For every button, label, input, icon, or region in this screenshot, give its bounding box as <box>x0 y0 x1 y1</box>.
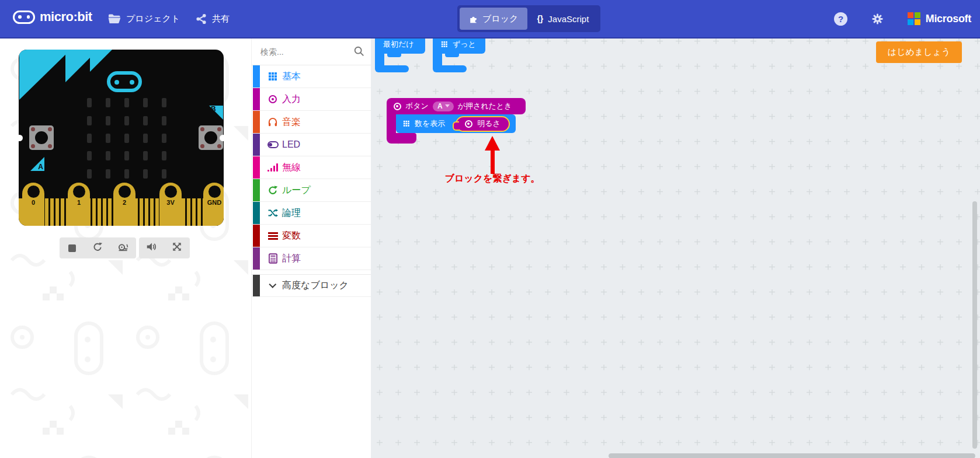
grid-icon <box>267 71 279 82</box>
board-edge-dot <box>19 135 23 141</box>
braces-icon: {} <box>537 14 543 23</box>
on-start-block[interactable]: 最初だけ <box>375 39 425 72</box>
brand-label: micro:bit <box>40 9 92 25</box>
microsoft-logo[interactable]: Microsoft <box>908 12 971 25</box>
calculator-icon <box>267 253 279 264</box>
category-advanced[interactable]: 高度なブロック <box>252 274 371 297</box>
category-basic[interactable]: 基本 <box>252 65 371 88</box>
pin-0[interactable]: 0 <box>22 183 44 226</box>
led-matrix[interactable] <box>80 94 173 183</box>
category-label: 計算 <box>282 253 301 265</box>
category-label: ループ <box>282 184 311 197</box>
settings-button[interactable] <box>871 12 884 26</box>
puzzle-icon <box>469 15 478 23</box>
show-number-label: 数を表示 <box>415 118 445 129</box>
category-loops[interactable]: ループ <box>252 179 371 202</box>
button-dropdown[interactable]: A <box>433 102 454 111</box>
pin-1[interactable]: 1 <box>68 183 90 226</box>
blocks-toggle-button[interactable]: ブロック <box>460 8 527 30</box>
sim-button-a[interactable] <box>29 125 54 150</box>
forever-block[interactable]: ずっと <box>433 39 485 72</box>
annotation-arrow-icon <box>491 150 495 174</box>
microbit-face-icon <box>13 11 35 24</box>
toggle-icon <box>267 139 279 151</box>
category-color-bar <box>253 202 260 224</box>
block-toolbox: 基本 入力 音楽 LED 無線 ルー <box>251 39 371 458</box>
category-color-bar <box>253 275 260 296</box>
circle-dot-icon <box>394 103 401 110</box>
snail-icon <box>117 242 129 254</box>
get-started-button[interactable]: はじめましょう <box>876 41 962 63</box>
category-color-bar <box>253 111 260 133</box>
projects-menu-label: プロジェクト <box>126 13 180 25</box>
category-label: LED <box>282 139 300 150</box>
share-menu-label: 共有 <box>212 13 230 25</box>
category-radio[interactable]: 無線 <box>252 156 371 179</box>
sim-control-group <box>139 237 190 258</box>
stop-button[interactable] <box>62 239 82 257</box>
microsoft-label: Microsoft <box>926 13 971 25</box>
projects-menu-button[interactable]: プロジェクト <box>108 0 180 37</box>
light-level-label: 明るさ <box>477 118 501 129</box>
fullscreen-icon <box>172 242 182 254</box>
javascript-toggle-button[interactable]: {} JavaScript <box>527 8 598 30</box>
light-level-block[interactable]: 明るさ <box>456 116 510 132</box>
on-button-prefix: ボタン <box>405 101 429 111</box>
microbit-board: A B 0 1 2 3V GND <box>19 50 224 226</box>
category-color-bar <box>253 247 260 270</box>
grid-icon <box>442 41 447 47</box>
header-right-cluster: ? Microsoft <box>834 0 971 37</box>
on-button-pressed-block[interactable]: ボタン A が押されたとき 数を表示 明るさ <box>387 98 526 144</box>
board-logo-icon[interactable] <box>107 71 142 92</box>
shuffle-icon <box>267 207 279 219</box>
button-dropdown-value: A <box>437 102 443 110</box>
microbit-logo[interactable]: micro:bit <box>13 9 92 25</box>
fullscreen-button[interactable] <box>167 239 187 257</box>
app-header: micro:bit プロジェクト 共有 ブロック {} JavaScr <box>0 0 980 39</box>
forever-label: ずっと <box>453 39 476 50</box>
pin-2[interactable]: 2 <box>113 183 135 226</box>
category-label: 変数 <box>282 230 301 242</box>
block-workspace[interactable]: 最初だけ ずっと ボタン A が押されたとき <box>371 39 980 458</box>
help-icon: ? <box>838 14 843 24</box>
horizontal-scrollbar[interactable] <box>609 453 975 458</box>
category-variables[interactable]: 変数 <box>252 225 371 247</box>
show-number-block[interactable]: 数を表示 明るさ <box>396 114 516 133</box>
gear-icon <box>871 12 884 26</box>
annotation-arrow-icon <box>485 136 500 151</box>
caret-down-icon <box>445 104 450 107</box>
vertical-scrollbar[interactable] <box>972 201 977 449</box>
search-input[interactable] <box>260 44 348 60</box>
category-color-bar <box>253 156 260 179</box>
on-button-pressed-header[interactable]: ボタン A が押されたとき <box>387 98 526 114</box>
category-label: 音楽 <box>282 116 301 128</box>
board-deco-triangle <box>19 50 71 100</box>
category-color-bar <box>253 179 260 201</box>
category-math[interactable]: 計算 <box>252 247 371 270</box>
category-led[interactable]: LED <box>252 134 371 156</box>
on-start-label: 最初だけ <box>383 39 414 50</box>
category-color-bar <box>253 88 260 110</box>
stop-icon <box>68 244 76 252</box>
pin-gnd[interactable]: GND <box>203 183 224 226</box>
mute-button[interactable] <box>142 239 162 257</box>
folder-icon <box>108 13 121 24</box>
simulator-panel: A B 0 1 2 3V GND <box>0 39 251 458</box>
category-label: 無線 <box>282 162 301 174</box>
category-input[interactable]: 入力 <box>252 88 371 111</box>
editor-toggle: ブロック {} JavaScript <box>457 5 600 32</box>
category-label: 論理 <box>282 207 301 219</box>
share-menu-button[interactable]: 共有 <box>196 0 230 37</box>
category-logic[interactable]: 論理 <box>252 202 371 225</box>
chevron-down-icon <box>267 280 279 292</box>
pin-3v[interactable]: 3V <box>159 183 182 226</box>
speaker-icon <box>146 242 157 254</box>
help-button[interactable]: ? <box>834 12 847 26</box>
restart-button[interactable] <box>88 239 107 257</box>
slow-motion-button[interactable] <box>113 239 133 257</box>
headphones-icon <box>267 116 279 128</box>
javascript-toggle-label: JavaScript <box>548 14 589 24</box>
toolbox-divider <box>252 270 371 274</box>
category-music[interactable]: 音楽 <box>252 111 371 134</box>
microsoft-squares-icon <box>908 12 920 25</box>
